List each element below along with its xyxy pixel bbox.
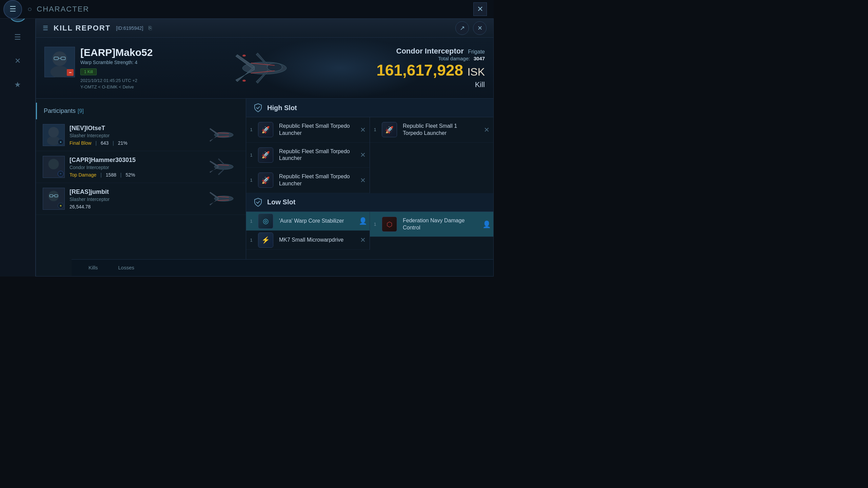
sidebar-nav-icon[interactable]: ☰ bbox=[9, 29, 26, 46]
high-slot-icon bbox=[253, 103, 263, 113]
participant-item[interactable]: + [CAPR]Hammer303015 Condor Interceptor … bbox=[36, 151, 246, 183]
remove-module-button[interactable]: ✕ bbox=[356, 174, 370, 187]
svg-point-12 bbox=[242, 55, 246, 57]
torpedo-icon: 🚀 bbox=[382, 122, 397, 137]
sidebar-close-icon[interactable]: ✕ bbox=[9, 53, 26, 69]
torpedo-icon: 🚀 bbox=[258, 172, 273, 188]
damage-label: Total damage: bbox=[438, 56, 470, 61]
top-menu-button[interactable]: ☰ bbox=[3, 0, 22, 19]
pilot-avatar: − bbox=[44, 47, 75, 77]
remove-module-button[interactable]: ✕ bbox=[356, 233, 370, 247]
participant-ship-2: Condor Interceptor bbox=[70, 165, 204, 170]
remove-module-button[interactable]: ✕ bbox=[356, 123, 370, 137]
sidebar: ☰ ☰ ✕ ★ bbox=[0, 0, 36, 277]
damage-val-3: 26,544.78 bbox=[70, 204, 91, 209]
pilot-name: [EARP]Mako52 bbox=[80, 47, 153, 58]
corp-badge-3: ★ bbox=[58, 203, 64, 209]
high-slot-right: 1 🚀 Republic Fleet Small 1 Torpedo Launc… bbox=[370, 117, 493, 193]
module-qty: 1 bbox=[246, 213, 256, 229]
title-actions: ↗ ✕ bbox=[455, 21, 487, 35]
participants-panel: Participants [9] ● [NEV]IOtseT Slasher I… bbox=[36, 99, 246, 276]
hamburger-icon: ☰ bbox=[9, 5, 16, 14]
pilot-indicator: 👤 bbox=[480, 218, 493, 231]
participant-name-2: [CAPR]Hammer303015 bbox=[70, 157, 204, 164]
module-name: Republic Fleet Small Torpedo Launcher bbox=[275, 117, 356, 142]
remove-module-button[interactable]: ✕ bbox=[480, 123, 493, 137]
module-row[interactable]: 1 ⬡ Federation Navy Damage Control 👤 bbox=[370, 212, 493, 237]
kill-location: Y-OMTZ < O-EIMK < Delve bbox=[80, 84, 153, 89]
close-icon: ✕ bbox=[477, 5, 483, 14]
module-icon: ⚡ bbox=[256, 231, 275, 249]
fit-panel: High Slot 1 🚀 Republic Fleet Small Torpe… bbox=[246, 99, 493, 276]
title-id: [ID:6195942] bbox=[116, 25, 143, 31]
module-row[interactable]: 1 🚀 Republic Fleet Small Torpedo Launche… bbox=[246, 168, 370, 193]
module-name: Republic Fleet Small Torpedo Launcher bbox=[275, 143, 356, 168]
module-qty: 1 bbox=[370, 216, 380, 232]
participant-item[interactable]: ● [NEV]IOtseT Slasher Interceptor Final … bbox=[36, 119, 246, 151]
participant-stats-3: 26,544.78 bbox=[70, 204, 204, 209]
svg-marker-40 bbox=[210, 192, 219, 200]
module-name: Republic Fleet Small Torpedo Launcher bbox=[275, 168, 356, 193]
damage-val-1: 643 bbox=[101, 140, 108, 146]
losses-tab[interactable]: Losses bbox=[108, 261, 145, 275]
avatar-badge: − bbox=[67, 69, 74, 76]
shield-icon bbox=[253, 198, 263, 207]
kills-tab[interactable]: Kills bbox=[78, 261, 108, 275]
low-slot-right: 1 ⬡ Federation Navy Damage Control 👤 bbox=[370, 212, 493, 250]
module-row[interactable]: 1 ⚡ MK7 Small Microwarpdrive ✕ bbox=[246, 231, 370, 250]
character-title: CHARACTER bbox=[37, 5, 89, 14]
module-row[interactable]: 1 🚀 Republic Fleet Small Torpedo Launche… bbox=[246, 117, 370, 143]
module-icon: 🚀 bbox=[256, 120, 275, 139]
nav-icon: ☰ bbox=[14, 33, 21, 42]
torpedo-icon: 🚀 bbox=[258, 122, 273, 137]
remove-module-button[interactable]: ✕ bbox=[356, 148, 370, 162]
ship-name-line: Condor Interceptor Frigate bbox=[376, 47, 485, 56]
svg-point-18 bbox=[48, 127, 59, 138]
ship-section bbox=[153, 46, 376, 90]
module-qty: 1 bbox=[246, 122, 256, 138]
title-menu-icon[interactable]: ☰ bbox=[43, 24, 48, 32]
close-icon: ✕ bbox=[477, 24, 482, 32]
module-row[interactable]: 1 ◎ 'Aura' Warp Core Stabilizer 👤 bbox=[246, 212, 370, 231]
kill-time: 2021/10/12 01:45:25 UTC +2 bbox=[80, 78, 153, 83]
module-name: Federation Navy Damage Control bbox=[399, 212, 480, 237]
svg-point-35 bbox=[48, 191, 59, 201]
module-row[interactable]: 1 🚀 Republic Fleet Small 1 Torpedo Launc… bbox=[370, 117, 493, 143]
torpedo-icon: 🚀 bbox=[258, 147, 273, 163]
percent-val-2: 52% bbox=[125, 172, 135, 178]
ship-image bbox=[227, 46, 302, 90]
module-icon: ◎ bbox=[256, 212, 275, 230]
participants-count: [9] bbox=[78, 108, 84, 114]
participant-item[interactable]: ★ [REAS]jumbit Slasher Interceptor 26,54… bbox=[36, 183, 246, 215]
shield-icon bbox=[253, 103, 263, 113]
top-close-button[interactable]: ✕ bbox=[473, 2, 487, 16]
kill-badge: 1 Kill bbox=[80, 68, 97, 75]
close-window-button[interactable]: ✕ bbox=[473, 21, 487, 35]
final-blow-label: Final Blow bbox=[70, 140, 92, 146]
participant-info-1: [NEV]IOtseT Slasher Interceptor Final Bl… bbox=[70, 125, 204, 146]
isk-value: 161,617,928 bbox=[376, 61, 463, 79]
copy-icon[interactable]: ⎘ bbox=[149, 25, 152, 31]
ship-svg bbox=[227, 46, 302, 90]
export-button[interactable]: ↗ bbox=[455, 21, 469, 35]
participant-ship-3: Slasher Interceptor bbox=[70, 197, 204, 202]
damage-val-2: 1588 bbox=[106, 172, 116, 178]
low-slot-title: Low Slot bbox=[267, 198, 295, 206]
top-bar: ☰ ○ CHARACTER ✕ bbox=[0, 0, 494, 19]
content-area: Participants [9] ● [NEV]IOtseT Slasher I… bbox=[36, 99, 493, 276]
top-damage-label: Top Damage bbox=[70, 172, 96, 178]
sidebar-star-icon[interactable]: ★ bbox=[9, 76, 26, 93]
participants-header: Participants [9] bbox=[36, 103, 246, 119]
pilot-indicator: 👤 bbox=[356, 214, 370, 228]
module-row[interactable]: 1 🚀 Republic Fleet Small Torpedo Launche… bbox=[246, 143, 370, 168]
participant-avatar-1: ● bbox=[43, 124, 65, 146]
bottom-bar: Kills Losses bbox=[72, 259, 493, 276]
ship-type: Frigate bbox=[468, 49, 485, 55]
isk-unit: ISK bbox=[467, 66, 485, 78]
module-qty: 1 bbox=[246, 147, 256, 163]
high-slot-left: 1 🚀 Republic Fleet Small Torpedo Launche… bbox=[246, 117, 370, 193]
percent-val-1: 21% bbox=[118, 140, 127, 146]
participant-stats-1: Final Blow | 643 | 21% bbox=[70, 140, 204, 146]
participant-avatar-2: + bbox=[43, 156, 65, 178]
kill-info-right: Condor Interceptor Frigate Total damage:… bbox=[376, 47, 485, 89]
